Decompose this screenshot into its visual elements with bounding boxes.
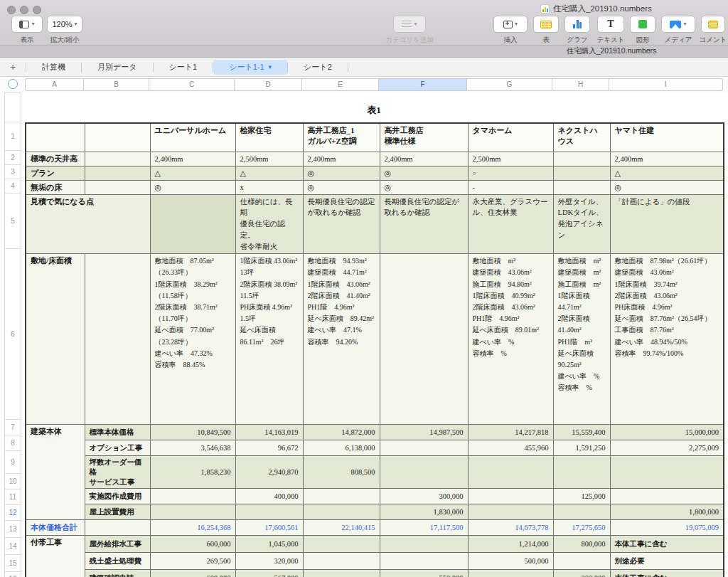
cell-H1[interactable]: ネクストハウス bbox=[553, 123, 610, 152]
column-header-F[interactable]: F bbox=[379, 78, 467, 91]
row-number-15[interactable]: 15 bbox=[4, 555, 21, 572]
column-header-A[interactable]: A bbox=[25, 78, 84, 91]
cell-D3[interactable]: △ bbox=[235, 166, 303, 180]
table-button[interactable] bbox=[533, 16, 559, 33]
cell-G11[interactable] bbox=[468, 504, 553, 520]
cell-G12[interactable]: 14,673,778 bbox=[468, 520, 553, 536]
cell-B13[interactable]: 屋外給排水工事 bbox=[85, 536, 150, 553]
cell-H9[interactable] bbox=[553, 456, 610, 489]
cell-A3[interactable]: プラン bbox=[26, 166, 85, 180]
row-number-8[interactable]: 8 bbox=[4, 435, 21, 451]
chart-button[interactable] bbox=[564, 16, 590, 33]
cell-E9[interactable]: 808,500 bbox=[303, 456, 380, 489]
cell-E2[interactable]: 2,400mm bbox=[303, 152, 380, 166]
cell-B3[interactable] bbox=[85, 166, 150, 180]
cell-I6[interactable]: 敷地面積 87.98m²（26.61坪） 建築面積 43.06m² 1階床面積 … bbox=[610, 254, 724, 425]
cell-F15[interactable]: 550,000 bbox=[380, 570, 468, 577]
cell-H10[interactable]: 125,000 bbox=[553, 489, 610, 504]
cell-I11[interactable]: 1,800,000 bbox=[610, 504, 724, 520]
cell-I1[interactable]: ヤマト住建 bbox=[610, 123, 724, 152]
column-header-B[interactable]: B bbox=[84, 78, 149, 91]
cell-G3[interactable]: ○ bbox=[468, 166, 553, 180]
row-number-10[interactable]: 10 bbox=[4, 474, 21, 489]
cell-H7[interactable]: 15,559,400 bbox=[553, 425, 610, 440]
cell-H15[interactable]: 300,000 bbox=[553, 570, 610, 577]
cell-D4[interactable]: x bbox=[235, 180, 303, 194]
column-header-C[interactable]: C bbox=[149, 78, 235, 91]
cell-I3[interactable]: △ bbox=[610, 166, 724, 180]
cell-C10[interactable] bbox=[150, 489, 235, 504]
cell-G14[interactable]: 500,000 bbox=[468, 553, 553, 570]
cell-C1[interactable]: ユニバーサルホーム bbox=[150, 123, 235, 152]
cell-H2[interactable] bbox=[553, 152, 610, 166]
cell-D14[interactable]: 320,000 bbox=[235, 553, 303, 570]
cell-E6[interactable]: 敷地面積 94.93m² 建築面積 44.71m² 1階床面積 43.06m² … bbox=[303, 254, 380, 425]
cell-E11[interactable] bbox=[303, 504, 380, 520]
cell-E13[interactable] bbox=[303, 536, 380, 553]
column-header-G[interactable]: G bbox=[467, 78, 552, 91]
sheet-tab-シート1-1[interactable]: シート1-1▾ bbox=[213, 60, 287, 75]
cell-E12[interactable]: 22,140,415 bbox=[303, 520, 380, 536]
cell-H8[interactable]: 1,591,250 bbox=[553, 440, 610, 456]
cell-B8[interactable]: オプション工事 bbox=[85, 440, 150, 456]
cell-C4[interactable]: ◎ bbox=[150, 180, 235, 194]
text-button[interactable]: T bbox=[597, 16, 624, 33]
sheet-tab-月別データ[interactable]: 月別データ bbox=[82, 60, 153, 75]
cell-A1[interactable] bbox=[26, 123, 85, 152]
zoom-level-button[interactable]: 120%▾ bbox=[47, 16, 82, 33]
cell-B15[interactable]: 建築確認申請 bbox=[85, 570, 150, 577]
cell-F5[interactable]: 長期優良住宅の認定が 取れるか確認 bbox=[380, 194, 468, 254]
cell-E5[interactable]: 長期優良住宅の認定 が取れるか確認 bbox=[303, 194, 380, 254]
cell-B14[interactable]: 残土盛土処理費 bbox=[85, 553, 150, 570]
insert-button[interactable]: ▾ bbox=[493, 16, 528, 33]
cell-F1[interactable]: 高井工務店 標準仕様 bbox=[380, 123, 468, 152]
cell-G13[interactable]: 1,214,000 bbox=[468, 536, 553, 553]
row-number-4[interactable]: 4 bbox=[4, 179, 21, 194]
cell-C2[interactable]: 2,400mm bbox=[150, 152, 235, 166]
cell-B4[interactable] bbox=[85, 180, 150, 194]
cell-F7[interactable]: 14,987,500 bbox=[380, 425, 468, 440]
cell-C13[interactable]: 600,000 bbox=[150, 536, 235, 553]
row-number-11[interactable]: 11 bbox=[4, 489, 21, 505]
cell-G2[interactable]: 2,500mm bbox=[468, 152, 553, 166]
cell-C5[interactable] bbox=[150, 194, 235, 254]
row-number-3[interactable]: 3 bbox=[4, 165, 21, 179]
cell-D11[interactable] bbox=[235, 504, 303, 520]
cell-G8[interactable]: 455,960 bbox=[468, 440, 553, 456]
sheet-tab-シート1[interactable]: シート1 bbox=[154, 60, 213, 75]
cell-F8[interactable] bbox=[380, 440, 468, 456]
cell-I9[interactable] bbox=[610, 456, 724, 489]
row-number-2[interactable]: 2 bbox=[4, 151, 21, 165]
cell-D5[interactable]: 仕様的には、長期 優良住宅の認定。 省令準耐火 bbox=[235, 194, 303, 254]
cell-H13[interactable]: 800,000 bbox=[553, 536, 610, 553]
cell-E7[interactable]: 14,872,000 bbox=[303, 425, 380, 440]
cell-H14[interactable] bbox=[553, 553, 610, 570]
cell-D9[interactable]: 2,940,870 bbox=[235, 456, 303, 489]
row-number-6[interactable]: 6 bbox=[4, 249, 21, 420]
sheet-tab-計算機[interactable]: 計算機 bbox=[26, 60, 81, 75]
cell-D2[interactable]: 2,500mm bbox=[235, 152, 303, 166]
cell-H11[interactable] bbox=[553, 504, 610, 520]
cell-H6[interactable]: 敷地面積 m² 建築面積 m² 施工面積 m² 1階床面積 44.71m² 2階… bbox=[553, 254, 610, 425]
column-header-I[interactable]: I bbox=[609, 78, 723, 91]
cell-B2[interactable] bbox=[85, 152, 150, 166]
cell-B12[interactable] bbox=[85, 520, 150, 536]
cell-A12[interactable]: 本体価格合計 bbox=[26, 520, 85, 536]
zoom-window-icon[interactable] bbox=[33, 6, 41, 14]
cell-E3[interactable]: ◎ bbox=[303, 166, 380, 180]
cell-G10[interactable] bbox=[468, 489, 553, 504]
cell-C14[interactable]: 269,500 bbox=[150, 553, 235, 570]
cell-I10[interactable] bbox=[610, 489, 724, 504]
cell-I13[interactable]: 本体工事に含む bbox=[610, 536, 724, 553]
row-number-16[interactable]: 16 bbox=[4, 572, 21, 577]
add-sheet-button[interactable]: + bbox=[0, 61, 26, 73]
document-tab[interactable]: 住宅購入_201910.numbers bbox=[498, 46, 725, 56]
cell-A13[interactable]: 付帯工事 bbox=[26, 536, 85, 577]
row-number-1[interactable]: 1 bbox=[4, 122, 21, 151]
cell-D13[interactable]: 1,045,000 bbox=[235, 536, 303, 553]
cell-F11[interactable]: 1,830,000 bbox=[380, 504, 468, 520]
cell-H12[interactable]: 17,275,650 bbox=[553, 520, 610, 536]
cell-G15[interactable] bbox=[468, 570, 553, 577]
cell-H5[interactable]: 外壁タイル、 LDKタイル、 発泡アイシネ ン bbox=[553, 194, 610, 254]
cell-E4[interactable]: ◎ bbox=[303, 180, 380, 194]
